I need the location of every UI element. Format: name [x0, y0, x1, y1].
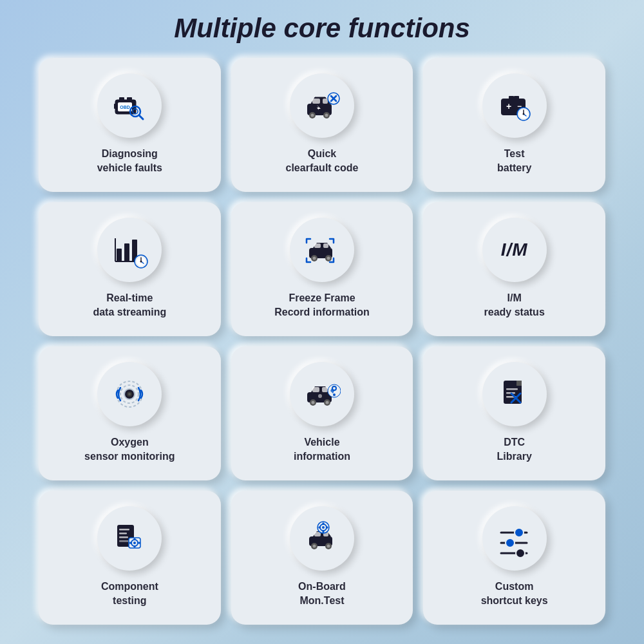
svg-rect-54	[322, 387, 328, 392]
card-diagnosing-vehicle-faults[interactable]: OBD Diagnosingvehicle faults	[39, 58, 221, 192]
svg-rect-92	[322, 523, 324, 525]
svg-line-7	[139, 115, 143, 119]
card-label-diagnosing: Diagnosingvehicle faults	[97, 147, 162, 175]
card-label-vehicle: Vehicleinformation	[294, 435, 350, 463]
svg-point-44	[312, 257, 316, 260]
svg-text:OBD: OBD	[120, 105, 131, 109]
card-label-quick: Quickclearfault code	[286, 147, 359, 175]
card-custom-shortcut[interactable]: Customshortcut keys	[423, 491, 605, 625]
svg-rect-79	[134, 545, 136, 547]
card-onboard[interactable]: On-BoardMon.Test	[231, 491, 413, 625]
svg-rect-80	[129, 542, 131, 544]
car-clear-icon	[303, 87, 341, 124]
svg-point-28	[522, 113, 524, 115]
battery-icon: + −	[496, 87, 533, 124]
icon-circle-battery: + −	[482, 73, 547, 138]
svg-point-58	[325, 401, 328, 404]
svg-rect-81	[138, 542, 140, 544]
card-label-battery: Testbattery	[497, 147, 531, 175]
card-label-freeze: Freeze FrameRecord information	[274, 291, 370, 319]
icon-circle-freeze	[290, 218, 354, 282]
card-realtime-data[interactable]: Real-timedata streaming	[39, 202, 221, 336]
svg-point-61	[333, 393, 336, 396]
icon-circle-oxygen	[97, 362, 162, 426]
obd-search-icon: OBD	[111, 87, 148, 124]
card-label-onboard: On-BoardMon.Test	[298, 580, 346, 607]
card-oxygen-sensor[interactable]: Oxygensensor monitoring	[39, 346, 221, 480]
svg-point-77	[133, 542, 136, 544]
svg-rect-94	[318, 527, 320, 529]
card-label-component: Componenttesting	[101, 580, 158, 607]
svg-rect-20	[509, 96, 514, 99]
card-quick-clearfault[interactable]: Quickclearfault code	[231, 58, 413, 192]
card-component-testing[interactable]: Componenttesting	[39, 491, 221, 625]
svg-rect-65	[506, 388, 518, 390]
data-chart-icon	[111, 231, 148, 269]
icon-circle-diagnosing: OBD	[97, 73, 162, 138]
svg-text:+: +	[506, 101, 511, 111]
svg-rect-72	[119, 533, 127, 535]
svg-point-97	[515, 528, 524, 537]
card-label-im: I/Mready status	[484, 291, 545, 319]
svg-point-14	[310, 114, 314, 117]
icon-circle-vehicle	[290, 362, 354, 426]
card-label-dtc: DTCLibrary	[497, 435, 532, 463]
icon-circle-dtc	[482, 362, 547, 426]
svg-point-57	[311, 401, 314, 404]
card-im-ready[interactable]: I/M I/Mready status	[423, 202, 605, 336]
svg-rect-71	[119, 529, 129, 531]
functions-grid: OBD Diagnosingvehicle faults	[39, 58, 605, 625]
svg-rect-53	[312, 387, 319, 392]
im-text: I/M	[501, 240, 528, 260]
icon-circle-quick	[290, 73, 354, 138]
svg-rect-78	[134, 538, 136, 540]
svg-point-87	[312, 545, 316, 548]
freeze-frame-icon	[303, 231, 341, 269]
card-dtc-library[interactable]: DTCLibrary	[423, 346, 605, 480]
svg-rect-11	[323, 99, 328, 104]
shortcut-icon	[496, 520, 533, 557]
page-title: Multiple core functions	[174, 13, 470, 44]
oxygen-icon	[111, 375, 148, 413]
svg-point-15	[325, 114, 328, 117]
card-label-shortcut: Customshortcut keys	[481, 580, 548, 607]
svg-rect-2	[127, 97, 132, 101]
svg-rect-73	[119, 536, 128, 538]
card-freeze-frame[interactable]: Freeze FrameRecord information	[231, 202, 413, 336]
svg-point-45	[327, 257, 330, 260]
svg-rect-41	[323, 243, 328, 248]
icon-circle-im: I/M	[482, 218, 547, 282]
svg-point-51	[128, 393, 131, 395]
svg-point-99	[506, 538, 515, 547]
icon-circle-data	[97, 218, 162, 282]
svg-rect-64	[516, 381, 522, 386]
card-test-battery[interactable]: + − Testbattery	[423, 58, 605, 192]
svg-point-62	[318, 394, 322, 398]
icon-circle-component	[97, 506, 162, 571]
component-icon	[111, 520, 148, 557]
icon-circle-onboard	[290, 506, 354, 571]
svg-rect-40	[314, 243, 321, 248]
svg-point-101	[516, 549, 525, 557]
svg-rect-95	[326, 527, 328, 529]
card-label-oxygen: Oxygensensor monitoring	[84, 435, 175, 463]
svg-point-88	[327, 545, 330, 548]
svg-point-38	[140, 261, 142, 263]
svg-rect-1	[119, 97, 124, 101]
svg-rect-21	[514, 96, 519, 99]
dtc-icon	[496, 375, 533, 413]
card-label-data: Real-timedata streaming	[93, 291, 166, 319]
svg-point-91	[322, 526, 325, 529]
onboard-icon	[303, 520, 341, 557]
svg-rect-29	[117, 249, 122, 261]
svg-rect-93	[322, 531, 324, 533]
vehicle-info-icon	[303, 375, 341, 413]
svg-rect-3	[114, 104, 117, 109]
svg-rect-10	[312, 99, 320, 104]
svg-rect-30	[124, 243, 129, 261]
icon-circle-shortcut	[482, 506, 547, 571]
card-vehicle-info[interactable]: Vehicleinformation	[231, 346, 413, 480]
